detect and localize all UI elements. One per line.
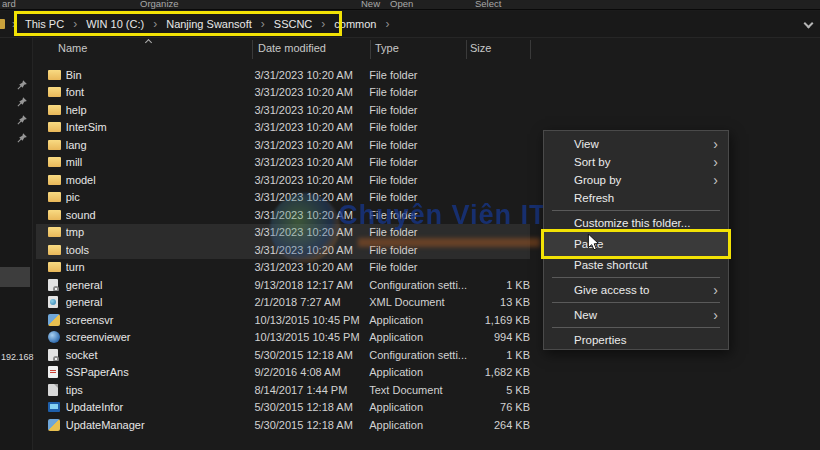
file-type-icon (48, 157, 61, 167)
chevron-down-icon[interactable] (804, 19, 814, 29)
column-header-name[interactable]: Name (58, 42, 87, 54)
file-type: File folder (369, 209, 475, 221)
file-row[interactable]: model 3/31/2023 10:20 AM File folder (36, 171, 530, 189)
file-explorer-window: ard Organize New Open Select › This PC›W… (0, 0, 820, 450)
file-name[interactable]: InterSim (66, 121, 233, 133)
network-address-label[interactable]: 192.168 (1, 352, 34, 362)
file-row[interactable]: UpdateManager 5/30/2015 12:18 AM Applica… (36, 416, 530, 434)
file-name[interactable]: Bin (66, 69, 233, 81)
menu-item-give-access-to[interactable]: Give access to › (544, 281, 728, 299)
file-row[interactable]: mill 3/31/2023 10:20 AM File folder (36, 154, 530, 172)
file-name[interactable]: screensvr (66, 314, 233, 326)
file-row[interactable]: SSPaperAns 9/2/2016 4:08 AM Application … (36, 364, 530, 382)
file-size: 1 KB (475, 349, 530, 361)
menu-item-label: New (574, 309, 597, 321)
chevron-right-icon: › (383, 17, 393, 31)
file-row[interactable]: socket 5/30/2015 12:18 AM Configuration … (36, 346, 530, 364)
file-name[interactable]: UpdateInfor (66, 401, 233, 413)
file-size: 264 KB (475, 419, 530, 431)
file-name[interactable]: model (66, 174, 233, 186)
file-date-modified: 3/31/2023 10:20 AM (254, 226, 364, 238)
file-row[interactable]: help 3/31/2023 10:20 AM File folder (36, 101, 530, 119)
ribbon-group-select: Select (475, 0, 501, 10)
file-date-modified: 3/31/2023 10:20 AM (254, 261, 364, 273)
breadcrumb-item-this-pc[interactable]: This PC (19, 16, 70, 32)
pin-icon[interactable] (16, 79, 28, 91)
file-name[interactable]: tips (66, 384, 233, 396)
file-row[interactable]: tools 3/31/2023 10:20 AM File folder (36, 241, 530, 259)
menu-item-label: Paste shortcut (574, 259, 648, 271)
column-header-type[interactable]: Type (375, 42, 399, 54)
chevron-right-icon: › (70, 17, 80, 31)
sidebar-selected-item[interactable] (0, 267, 30, 287)
file-row[interactable]: font 3/31/2023 10:20 AM File folder (36, 84, 530, 102)
submenu-arrow-icon: › (713, 285, 718, 295)
file-row[interactable]: pic 3/31/2023 10:20 AM File folder (36, 189, 530, 207)
file-row[interactable]: general 9/13/2018 12:17 AM Configuration… (36, 276, 530, 294)
file-type-icon (48, 419, 60, 431)
file-list: Bin 3/31/2023 10:20 AM File folder font … (36, 66, 530, 434)
menu-item-sort-by[interactable]: Sort by › (544, 153, 728, 171)
file-row[interactable]: Bin 3/31/2023 10:20 AM File folder (36, 66, 530, 84)
menu-item-group-by[interactable]: Group by › (544, 171, 728, 189)
file-name[interactable]: socket (66, 349, 233, 361)
file-row[interactable]: InterSim 3/31/2023 10:20 AM File folder (36, 119, 530, 137)
file-row[interactable]: lang 3/31/2023 10:20 AM File folder (36, 136, 530, 154)
column-header-size[interactable]: Size (470, 42, 491, 54)
submenu-arrow-icon: › (713, 157, 718, 167)
file-type: File folder (369, 174, 475, 186)
file-name[interactable]: screenviewer (66, 331, 233, 343)
menu-item-properties[interactable]: Properties (544, 331, 728, 349)
file-row[interactable]: general 2/1/2018 7:27 AM XML Document 13… (36, 294, 530, 312)
menu-item-paste[interactable]: Paste (544, 232, 728, 256)
breadcrumb-item-nanjing-swansoft[interactable]: Nanjing Swansoft (160, 16, 258, 32)
file-name[interactable]: help (66, 104, 233, 116)
file-date-modified: 2/1/2018 7:27 AM (254, 296, 364, 308)
file-name[interactable]: general (66, 279, 233, 291)
address-bar[interactable]: › This PC›WIN 10 (C:)›Nanjing Swansoft›S… (0, 11, 820, 38)
file-row[interactable]: sound 3/31/2023 10:20 AM File folder (36, 206, 530, 224)
menu-item-label: Sort by (574, 156, 610, 168)
file-name[interactable]: tools (66, 244, 233, 256)
pin-icon[interactable] (16, 114, 28, 126)
breadcrumb-item-sscnc[interactable]: SSCNC (268, 16, 319, 32)
file-name[interactable]: pic (66, 191, 233, 203)
file-name[interactable]: lang (66, 139, 233, 151)
file-name[interactable]: UpdateManager (66, 419, 233, 431)
menu-item-view[interactable]: View › (544, 135, 728, 153)
pin-icon[interactable] (16, 132, 28, 144)
file-type-icon (48, 296, 58, 308)
file-row[interactable]: screenviewer 10/13/2015 10:45 PM Applica… (36, 329, 530, 347)
file-name[interactable]: sound (66, 209, 233, 221)
file-type: File folder (369, 226, 475, 238)
menu-separator (552, 277, 720, 278)
breadcrumb-item-win-10-c-[interactable]: WIN 10 (C:) (80, 16, 150, 32)
column-header-date-modified[interactable]: Date modified (258, 42, 326, 54)
file-row[interactable]: tips 8/14/2017 1:44 PM Text Document 5 K… (36, 381, 530, 399)
file-name[interactable]: mill (66, 156, 233, 168)
file-name[interactable]: tmp (66, 226, 233, 238)
file-name[interactable]: general (66, 296, 233, 308)
column-divider (466, 40, 467, 59)
menu-item-label: Refresh (574, 192, 614, 204)
file-row[interactable]: tmp 3/31/2023 10:20 AM File folder (36, 224, 530, 242)
file-name[interactable]: SSPaperAns (66, 366, 233, 378)
file-size: 1,682 KB (475, 366, 530, 378)
file-row[interactable]: screensvr 10/13/2015 10:45 PM Applicatio… (36, 311, 530, 329)
file-date-modified: 3/31/2023 10:20 AM (254, 121, 364, 133)
file-type-icon (48, 366, 58, 378)
pin-icon[interactable] (16, 96, 28, 108)
file-name[interactable]: font (66, 86, 233, 98)
menu-separator (552, 210, 720, 211)
file-row[interactable]: UpdateInfor 5/30/2015 12:18 AM Applicati… (36, 399, 530, 417)
menu-item-refresh[interactable]: Refresh (544, 189, 728, 207)
file-size: 5 KB (475, 384, 530, 396)
menu-item-paste-shortcut[interactable]: Paste shortcut (544, 256, 728, 274)
file-date-modified: 5/30/2015 12:18 AM (254, 401, 364, 413)
file-row[interactable]: turn 3/31/2023 10:20 AM File folder (36, 259, 530, 277)
breadcrumb-item-common[interactable]: common (328, 16, 382, 32)
file-name[interactable]: turn (66, 261, 233, 273)
menu-item-customize-this-folder[interactable]: Customize this folder... (544, 214, 728, 232)
chevron-right-icon: › (9, 17, 19, 31)
menu-item-new[interactable]: New › (544, 306, 728, 324)
